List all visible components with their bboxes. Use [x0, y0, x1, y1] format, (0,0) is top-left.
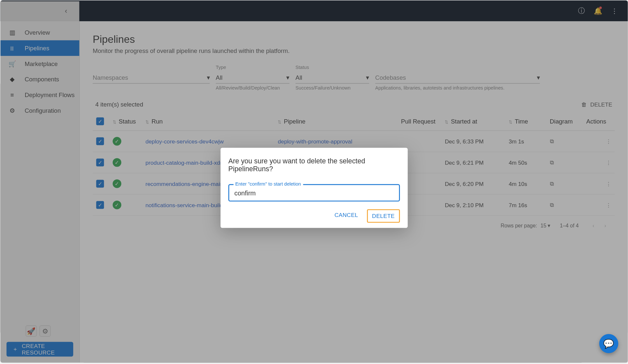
confirm-field-label: Enter "confirm" to start deletion	[234, 181, 303, 186]
confirm-field: Enter "confirm" to start deletion	[228, 184, 400, 202]
confirm-input[interactable]	[234, 189, 394, 197]
chat-fab[interactable]: 💬	[599, 334, 618, 353]
modal-title: Are you sure you want to delete the sele…	[228, 157, 400, 173]
confirm-delete-modal: Are you sure you want to delete the sele…	[221, 148, 408, 228]
delete-button[interactable]: DELETE	[367, 209, 400, 223]
cancel-button[interactable]: CANCEL	[330, 209, 363, 223]
modal-overlay: Are you sure you want to delete the sele…	[0, 0, 628, 363]
chat-icon: 💬	[603, 339, 614, 349]
